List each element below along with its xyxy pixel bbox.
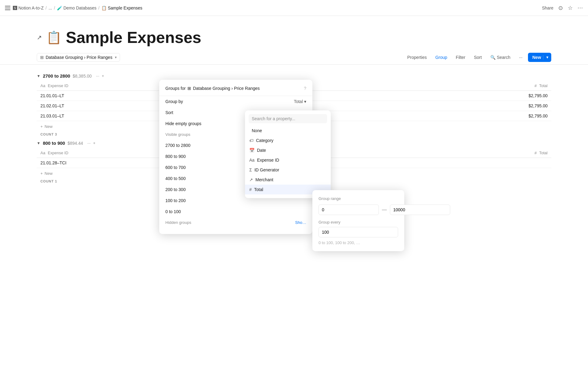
help-icon[interactable]: ? [304,86,306,91]
expense-id-col-label-2: Expense ID [48,151,68,155]
toolbar-more-button[interactable]: ··· [516,53,526,62]
hash-col-icon: # [534,83,537,88]
group-by-caret: ▾ [304,99,306,104]
breadcrumb-sep-2: / [54,6,55,10]
nav-left: 🅽 Notion A-to-Z / ... / 🧪 Demo Databases… [5,6,142,10]
show-link[interactable]: Sho… [295,220,306,225]
group-panel-header: Groups for ⊞ Database Grouping › Price R… [159,86,312,96]
prop-item-none[interactable]: None [245,126,331,136]
cell-total: $2,795.00 [414,111,551,121]
group-by-value-label: Total [294,99,303,104]
nav-right: Share ⊙ ☆ ··· [542,5,583,11]
search-button[interactable]: 🔍 Search [487,53,513,62]
text-aa-icon: Aa [249,158,254,163]
breadcrumb-item-1[interactable]: 🅽 Notion A-to-Z [13,6,43,10]
top-nav: 🅽 Notion A-to-Z / ... / 🧪 Demo Databases… [0,0,588,16]
group-add-icon-1[interactable]: + [102,74,104,78]
expense-id-col-label: Expense ID [48,83,68,88]
group-item-6[interactable]: 0 to 100 [159,206,312,217]
history-icon[interactable]: ⊙ [558,5,563,11]
page-title: Sample Expenses [66,28,201,47]
new-button[interactable]: New ▾ [528,53,551,62]
group-by-value[interactable]: Total ▾ [294,99,306,104]
visible-groups-text: Visible groups [165,132,190,137]
star-icon[interactable]: ☆ [568,5,573,11]
prop-label-merchant: Merchant [255,177,273,182]
group-add-icon-2[interactable]: + [93,141,96,145]
prop-item-merchant[interactable]: ↗ Merchant [245,175,331,185]
count-value-2: 1 [55,179,57,183]
count-value-1: 3 [55,132,57,136]
group-button[interactable]: Group [432,53,450,62]
arrow-icon: ↗ [249,177,253,182]
col-header-total-2: # Total [434,148,551,158]
db-view-selector[interactable]: ⊞ Database Grouping › Price Ranges ▾ [37,53,120,62]
group-item-label-0: 2700 to 2800 [165,143,190,148]
group-title-2: 800 to 900 [43,140,65,146]
group-item-label-6: 0 to 100 [165,209,181,214]
group-every-input[interactable] [318,227,398,237]
sort-button[interactable]: Sort [471,53,485,62]
hash-col-icon-2: # [534,151,537,155]
group-actions-1: ··· + [96,74,104,78]
range-inputs: — [318,205,398,215]
demo-db-icon: 🧪 [57,6,62,10]
new-caret-icon[interactable]: ▾ [543,55,551,59]
property-search-placeholder[interactable]: Search for a property... [252,116,295,121]
breadcrumb-sep-1: / [45,6,47,10]
properties-button[interactable]: Properties [404,53,430,62]
total-col-label-2: Total [539,151,548,155]
breadcrumb-label-3[interactable]: Demo Databases [63,6,96,10]
breadcrumb-item-2[interactable]: ... [48,6,52,10]
hamburger-menu[interactable] [5,6,10,10]
panel-db-name: Database Grouping › Price Ranges [193,86,260,91]
share-button[interactable]: Share [542,6,553,10]
group-more-icon-2[interactable]: ··· [87,141,91,145]
breadcrumb-item-4[interactable]: 📋 Sample Expenses [101,6,142,10]
caret-down-icon: ▾ [115,55,117,59]
group-by-row: Group by Total ▾ [159,96,312,107]
open-page-icon[interactable]: ↗ [37,34,42,41]
prop-item-date[interactable]: 📅 Date [245,145,331,155]
text-col-icon-2: Aa [40,151,45,155]
sort-label-panel: Sort [165,110,173,115]
add-new-label-2: New [45,171,53,176]
table-icon: ⊞ [40,55,44,60]
group-title-1: 2700 to 2800 [43,73,70,79]
panel-table-icon: ⊞ [187,86,191,91]
page-icon: 📋 [46,30,62,45]
group-caret-1[interactable]: ▼ [37,74,40,78]
breadcrumb-sep-3: / [98,6,100,10]
prop-label-none: None [252,128,262,133]
range-title: Group range [318,196,398,201]
db-view-label[interactable]: Database Grouping › Price Ranges [46,55,112,60]
prop-item-category[interactable]: 🏷 Category [245,136,331,145]
add-icon-1: + [40,124,43,129]
range-hint: 0 to 100, 100 to 200, … [318,240,398,245]
text-col-icon: Aa [40,83,45,88]
breadcrumb-item-3[interactable]: 🧪 Demo Databases [57,6,96,10]
sigma-icon: Σ [249,167,252,172]
calendar-icon: 📅 [249,148,254,153]
toolbar-more-icon: ··· [519,55,523,60]
breadcrumb-label-1[interactable]: Notion A-to-Z [18,6,43,10]
group-total-1: $8,385.00 [73,74,92,79]
breadcrumb-label-4[interactable]: Sample Expenses [108,6,142,10]
breadcrumb-label-2[interactable]: ... [48,6,52,10]
prop-label-category: Category [256,138,273,143]
group-item-label-1: 800 to 900 [165,154,186,159]
group-item-label-3: 400 to 500 [165,176,186,181]
prop-item-id-generator[interactable]: Σ ID Generator [245,165,331,175]
sort-label: Sort [474,55,482,60]
group-caret-2[interactable]: ▼ [37,141,40,145]
range-min-input[interactable] [318,205,379,215]
groups-for-label: Groups for [165,86,186,91]
range-max-input[interactable] [390,205,450,215]
toolbar-actions: Properties Group Filter Sort 🔍 Search ··… [404,53,551,62]
group-more-icon-1[interactable]: ··· [96,74,99,78]
filter-button[interactable]: Filter [453,53,468,62]
total-col-label: Total [539,83,548,88]
prop-item-expense-id[interactable]: Aa Expense ID [245,155,331,165]
more-options-icon[interactable]: ··· [578,5,583,11]
properties-label: Properties [407,55,427,60]
